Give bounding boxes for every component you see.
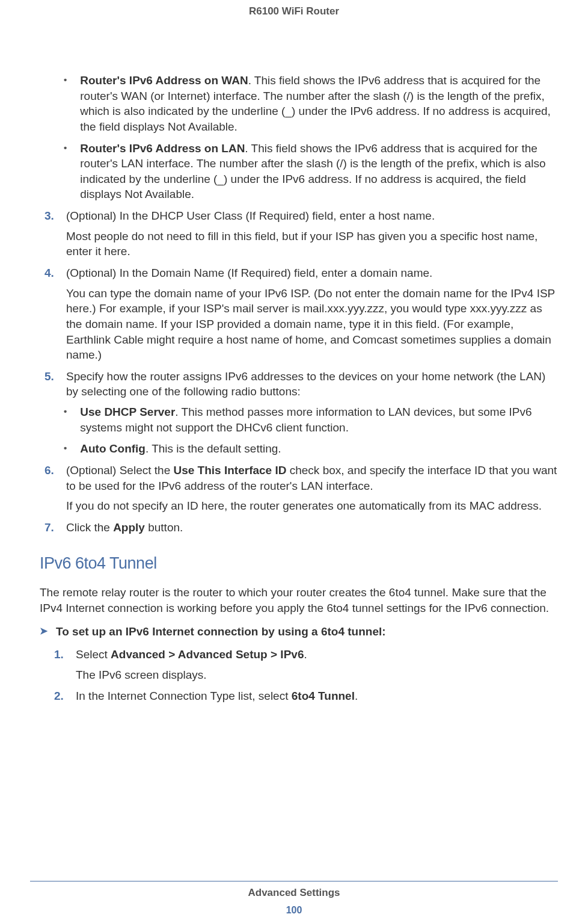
step-text: Select Advanced > Advanced Setup > IPv6. [76,647,558,662]
header-title: R6100 WiFi Router [30,0,558,19]
step-sub-para: Most people do not need to fill in this … [40,229,558,259]
step-sub-para: You can type the domain name of your IPv… [40,286,558,363]
bullet-marker: • [64,73,67,135]
step-text: In the Internet Connection Type list, se… [76,688,558,704]
step-text: (Optional) In the Domain Name (If Requir… [66,265,558,281]
step-sub-para: If you do not specify an ID here, the ro… [40,498,558,514]
document-content: • Router's IPv6 Address on WAN. This fie… [30,19,558,704]
bullet-text: Auto Config. This is the default setting… [80,441,558,457]
page-footer: Advanced Settings 100 [0,881,588,917]
bullet-text: Use DHCP Server. This method passes more… [80,404,558,435]
sub-bullet-item: • Use DHCP Server. This method passes mo… [40,404,558,435]
step-item: 7. Click the Apply button. [40,520,558,536]
step-number: 4. [44,265,58,281]
bullet-item: • Router's IPv6 Address on WAN. This fie… [40,73,558,135]
step-number: 6. [44,463,58,493]
step-number: 5. [44,369,58,400]
step-sub-para: The IPv6 screen displays. [40,667,558,683]
procedure-arrow-icon: ➤ [40,624,47,640]
step-item: 3. (Optional) In the DHCP User Class (If… [40,208,558,224]
step-text: Specify how the router assigns IPv6 addr… [66,369,558,400]
sub-bullet-item: • Auto Config. This is the default setti… [40,441,558,457]
procedure-title: To set up an IPv6 Internet connection by… [56,624,386,640]
section-intro: The remote relay router is the router to… [40,585,558,616]
bullet-marker: • [64,441,67,457]
bullet-marker: • [64,141,67,203]
step-text: Click the Apply button. [66,520,558,536]
footer-page-number: 100 [0,904,588,917]
footer-section-title: Advanced Settings [0,886,588,900]
step-text: (Optional) In the DHCP User Class (If Re… [66,208,558,224]
step-number: 7. [44,520,58,536]
step-number: 3. [44,208,58,224]
bullet-item: • Router's IPv6 Address on LAN. This fie… [40,141,558,203]
step-item: 4. (Optional) In the Domain Name (If Req… [40,265,558,281]
step-text: (Optional) Select the Use This Interface… [66,463,558,493]
procedure-heading: ➤ To set up an IPv6 Internet connection … [40,624,558,640]
step-item: 5. Specify how the router assigns IPv6 a… [40,369,558,400]
footer-divider [30,881,558,881]
step-item: 1. Select Advanced > Advanced Setup > IP… [40,647,558,662]
step-number: 1. [54,647,67,662]
section-heading: IPv6 6to4 Tunnel [40,552,558,574]
bullet-text: Router's IPv6 Address on LAN. This field… [80,141,558,203]
bullet-marker: • [64,404,67,435]
step-number: 2. [54,688,67,704]
step-item: 2. In the Internet Connection Type list,… [40,688,558,704]
bullet-text: Router's IPv6 Address on WAN. This field… [80,73,558,135]
step-item: 6. (Optional) Select the Use This Interf… [40,463,558,493]
